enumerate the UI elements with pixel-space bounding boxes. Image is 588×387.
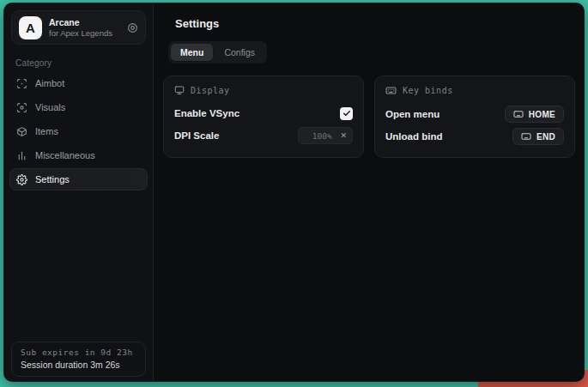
tab-menu[interactable]: Menu xyxy=(171,44,213,61)
sidebar-item-aimbot[interactable]: Aimbot xyxy=(9,72,148,94)
sidebar-item-label: Miscellaneous xyxy=(35,150,95,160)
app-subtitle: for Apex Legends xyxy=(49,28,120,39)
session-duration-text: Session duration 3m 26s xyxy=(21,360,136,370)
app-window: A Arcane for Apex Legends Category xyxy=(3,3,585,382)
page-title: Settings xyxy=(175,17,575,30)
vsync-checkbox[interactable] xyxy=(340,107,353,120)
unload-keybind-button[interactable]: END xyxy=(512,128,564,145)
dpi-scale-input[interactable]: 100% ✕ xyxy=(298,127,353,144)
tab-bar: Menu Configs xyxy=(168,41,267,63)
open-menu-label: Open menu xyxy=(385,109,439,119)
eye-scan-icon xyxy=(16,102,27,113)
display-card-title: Display xyxy=(191,86,230,95)
keybinds-card-title: Key binds xyxy=(403,86,453,95)
unload-bind-label: Unload bind xyxy=(385,131,442,142)
sidebar-header-card: A Arcane for Apex Legends xyxy=(11,10,146,45)
monitor-icon xyxy=(174,85,185,95)
target-icon[interactable] xyxy=(127,22,138,33)
sidebar-item-miscellaneous[interactable]: Miscellaneous xyxy=(9,144,148,166)
tab-configs[interactable]: Configs xyxy=(215,44,264,61)
unload-key: END xyxy=(536,132,555,142)
session-info-card: Sub expires in 9d 23h Session duration 3… xyxy=(11,342,146,377)
open-menu-key: HOME xyxy=(529,110,555,119)
sidebar-item-label: Aimbot xyxy=(35,78,64,88)
sidebar-item-settings[interactable]: Settings xyxy=(9,168,148,190)
app-logo: A xyxy=(19,16,42,39)
clear-icon[interactable]: ✕ xyxy=(340,131,347,140)
open-menu-keybind-button[interactable]: HOME xyxy=(505,106,564,123)
sidebar: A Arcane for Apex Legends Category xyxy=(4,3,154,381)
keybinds-card: Key binds Open menu HOME Unload bin xyxy=(374,76,575,158)
keyboard-icon xyxy=(521,131,531,142)
keyboard-icon xyxy=(385,85,397,96)
sidebar-item-label: Settings xyxy=(35,174,70,184)
category-label: Category xyxy=(15,58,153,68)
settings-cards: Display Enable VSync DPI Scale 100% ✕ xyxy=(163,76,575,158)
sidebar-nav: Aimbot Visuals Items xyxy=(4,72,153,190)
sub-expiry-text: Sub expires in 9d 23h xyxy=(21,348,136,357)
bars-icon xyxy=(16,150,27,161)
sidebar-item-visuals[interactable]: Visuals xyxy=(9,96,148,118)
package-icon xyxy=(16,126,27,137)
sidebar-item-label: Visuals xyxy=(35,102,65,112)
sidebar-item-label: Items xyxy=(35,126,58,136)
sidebar-item-items[interactable]: Items xyxy=(9,120,148,142)
crosshair-scan-icon xyxy=(16,78,27,89)
dpi-scale-label: DPI Scale xyxy=(174,130,219,141)
keyboard-icon xyxy=(513,109,524,119)
gear-icon xyxy=(16,174,27,185)
vsync-label: Enable VSync xyxy=(174,108,239,118)
dpi-scale-value: 100% xyxy=(304,131,340,141)
display-card: Display Enable VSync DPI Scale 100% ✕ xyxy=(163,76,364,158)
app-title: Arcane xyxy=(49,17,120,28)
main-content: Settings Menu Configs Display Enable VSy… xyxy=(154,3,585,381)
